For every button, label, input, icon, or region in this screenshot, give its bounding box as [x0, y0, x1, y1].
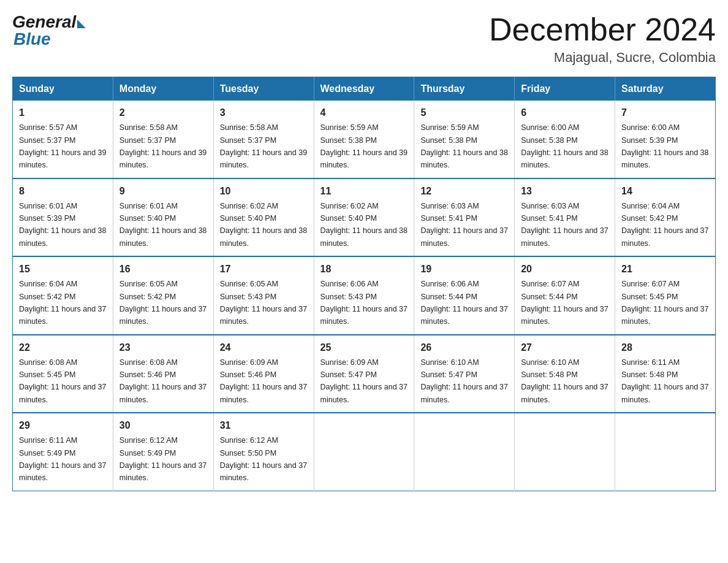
day-number: 8 [19, 184, 107, 199]
day-info: Sunrise: 6:11 AMSunset: 5:48 PMDaylight:… [621, 358, 708, 404]
calendar-cell: 9Sunrise: 6:01 AMSunset: 5:40 PMDaylight… [113, 178, 213, 257]
calendar-cell: 27Sunrise: 6:10 AMSunset: 5:48 PMDayligh… [515, 335, 615, 413]
day-info: Sunrise: 6:10 AMSunset: 5:47 PMDaylight:… [420, 358, 507, 404]
day-info: Sunrise: 6:08 AMSunset: 5:45 PMDaylight:… [19, 358, 106, 404]
day-info: Sunrise: 6:06 AMSunset: 5:43 PMDaylight:… [320, 280, 408, 326]
page-header: General Blue December 2024 Majagual, Suc… [12, 12, 716, 66]
calendar-cell: 10Sunrise: 6:02 AMSunset: 5:40 PMDayligh… [213, 178, 314, 257]
calendar-cell: 31Sunrise: 6:12 AMSunset: 5:50 PMDayligh… [213, 413, 314, 491]
calendar-cell: 25Sunrise: 6:09 AMSunset: 5:47 PMDayligh… [314, 335, 414, 413]
header-sunday: Sunday [13, 77, 113, 101]
day-info: Sunrise: 6:09 AMSunset: 5:46 PMDaylight:… [220, 358, 307, 404]
day-info: Sunrise: 5:59 AMSunset: 5:38 PMDaylight:… [420, 123, 507, 169]
day-number: 9 [119, 184, 207, 199]
day-info: Sunrise: 6:00 AMSunset: 5:39 PMDaylight:… [621, 123, 708, 169]
header-monday: Monday [113, 77, 213, 101]
calendar-cell: 28Sunrise: 6:11 AMSunset: 5:48 PMDayligh… [615, 335, 716, 413]
calendar-cell: 4Sunrise: 5:59 AMSunset: 5:38 PMDaylight… [314, 101, 414, 178]
logo-arrow-icon [77, 20, 86, 28]
day-info: Sunrise: 6:06 AMSunset: 5:44 PMDaylight:… [420, 280, 507, 326]
calendar-cell: 2Sunrise: 5:58 AMSunset: 5:37 PMDaylight… [113, 101, 213, 178]
day-info: Sunrise: 5:57 AMSunset: 5:37 PMDaylight:… [19, 123, 106, 169]
day-number: 10 [220, 184, 308, 199]
day-info: Sunrise: 6:07 AMSunset: 5:45 PMDaylight:… [621, 280, 708, 326]
day-number: 23 [119, 340, 207, 355]
day-info: Sunrise: 5:59 AMSunset: 5:38 PMDaylight:… [320, 123, 408, 169]
day-number: 24 [220, 340, 308, 355]
calendar-cell: 11Sunrise: 6:02 AMSunset: 5:40 PMDayligh… [314, 178, 414, 257]
day-number: 21 [621, 262, 709, 277]
calendar-cell: 17Sunrise: 6:05 AMSunset: 5:43 PMDayligh… [213, 256, 314, 335]
day-info: Sunrise: 6:00 AMSunset: 5:38 PMDaylight:… [521, 123, 608, 169]
week-row-1: 1Sunrise: 5:57 AMSunset: 5:37 PMDaylight… [13, 101, 716, 178]
day-info: Sunrise: 6:02 AMSunset: 5:40 PMDaylight:… [320, 202, 408, 248]
calendar-cell: 8Sunrise: 6:01 AMSunset: 5:39 PMDaylight… [13, 178, 113, 257]
day-number: 17 [220, 262, 308, 277]
title-area: December 2024 Majagual, Sucre, Colombia [489, 12, 716, 66]
day-number: 14 [621, 184, 709, 199]
day-number: 1 [19, 105, 107, 120]
calendar-cell: 12Sunrise: 6:03 AMSunset: 5:41 PMDayligh… [414, 178, 515, 257]
day-number: 11 [320, 184, 408, 199]
week-row-2: 8Sunrise: 6:01 AMSunset: 5:39 PMDaylight… [13, 178, 716, 257]
day-number: 18 [320, 262, 408, 277]
day-number: 4 [320, 105, 408, 120]
header-wednesday: Wednesday [314, 77, 414, 101]
calendar-cell: 19Sunrise: 6:06 AMSunset: 5:44 PMDayligh… [414, 256, 515, 335]
calendar-cell: 18Sunrise: 6:06 AMSunset: 5:43 PMDayligh… [314, 256, 414, 335]
calendar-cell: 20Sunrise: 6:07 AMSunset: 5:44 PMDayligh… [515, 256, 615, 335]
calendar-cell: 30Sunrise: 6:12 AMSunset: 5:49 PMDayligh… [113, 413, 213, 491]
location-title: Majagual, Sucre, Colombia [489, 50, 716, 66]
header-thursday: Thursday [414, 77, 515, 101]
header-saturday: Saturday [615, 77, 716, 101]
logo: General Blue [12, 12, 86, 49]
day-info: Sunrise: 6:10 AMSunset: 5:48 PMDaylight:… [521, 358, 608, 404]
day-number: 7 [621, 105, 709, 120]
month-title: December 2024 [489, 12, 716, 47]
day-info: Sunrise: 6:02 AMSunset: 5:40 PMDaylight:… [220, 202, 307, 248]
day-number: 25 [320, 340, 408, 355]
calendar-cell: 14Sunrise: 6:04 AMSunset: 5:42 PMDayligh… [615, 178, 716, 257]
day-info: Sunrise: 5:58 AMSunset: 5:37 PMDaylight:… [119, 123, 207, 169]
day-number: 3 [220, 105, 308, 120]
day-number: 19 [420, 262, 508, 277]
calendar-cell: 24Sunrise: 6:09 AMSunset: 5:46 PMDayligh… [213, 335, 314, 413]
day-number: 16 [119, 262, 207, 277]
day-info: Sunrise: 5:58 AMSunset: 5:37 PMDaylight:… [220, 123, 307, 169]
day-number: 27 [521, 340, 609, 355]
calendar-cell: 26Sunrise: 6:10 AMSunset: 5:47 PMDayligh… [414, 335, 515, 413]
calendar-cell: 3Sunrise: 5:58 AMSunset: 5:37 PMDaylight… [213, 101, 314, 178]
calendar-table: SundayMondayTuesdayWednesdayThursdayFrid… [12, 77, 716, 491]
day-number: 30 [119, 418, 207, 433]
day-number: 28 [621, 340, 709, 355]
calendar-cell [515, 413, 615, 491]
week-row-3: 15Sunrise: 6:04 AMSunset: 5:42 PMDayligh… [13, 256, 716, 335]
day-number: 20 [521, 262, 609, 277]
calendar-cell: 16Sunrise: 6:05 AMSunset: 5:42 PMDayligh… [113, 256, 213, 335]
logo-blue-text: Blue [12, 29, 51, 49]
header-tuesday: Tuesday [213, 77, 314, 101]
day-number: 5 [420, 105, 508, 120]
calendar-cell: 15Sunrise: 6:04 AMSunset: 5:42 PMDayligh… [13, 256, 113, 335]
day-info: Sunrise: 6:12 AMSunset: 5:50 PMDaylight:… [220, 436, 307, 482]
calendar-cell: 29Sunrise: 6:11 AMSunset: 5:49 PMDayligh… [13, 413, 113, 491]
calendar-cell [314, 413, 414, 491]
day-info: Sunrise: 6:04 AMSunset: 5:42 PMDaylight:… [19, 280, 106, 326]
day-number: 13 [521, 184, 609, 199]
header-row: SundayMondayTuesdayWednesdayThursdayFrid… [13, 77, 716, 101]
day-number: 2 [119, 105, 207, 120]
day-info: Sunrise: 6:05 AMSunset: 5:42 PMDaylight:… [119, 280, 207, 326]
day-info: Sunrise: 6:07 AMSunset: 5:44 PMDaylight:… [521, 280, 608, 326]
day-number: 26 [420, 340, 508, 355]
day-info: Sunrise: 6:01 AMSunset: 5:40 PMDaylight:… [119, 202, 207, 248]
day-number: 12 [420, 184, 508, 199]
day-number: 31 [220, 418, 308, 433]
calendar-cell [414, 413, 515, 491]
day-info: Sunrise: 6:03 AMSunset: 5:41 PMDaylight:… [420, 202, 507, 248]
calendar-cell: 6Sunrise: 6:00 AMSunset: 5:38 PMDaylight… [515, 101, 615, 178]
day-info: Sunrise: 6:08 AMSunset: 5:46 PMDaylight:… [119, 358, 207, 404]
calendar-cell: 21Sunrise: 6:07 AMSunset: 5:45 PMDayligh… [615, 256, 716, 335]
day-info: Sunrise: 6:01 AMSunset: 5:39 PMDaylight:… [19, 202, 106, 248]
calendar-cell [615, 413, 716, 491]
day-info: Sunrise: 6:03 AMSunset: 5:41 PMDaylight:… [521, 202, 608, 248]
